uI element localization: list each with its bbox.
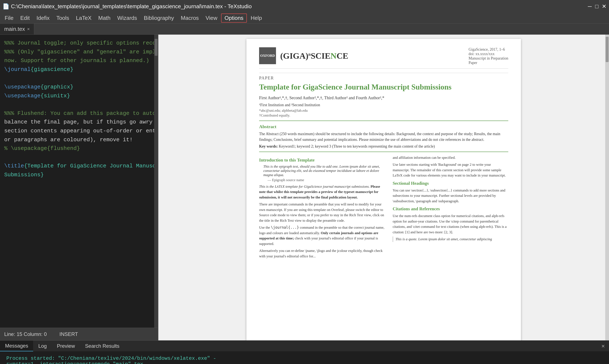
sectional-body: You can use \section{...}, \subsection{.… [393,188,508,204]
preview-scrollbar[interactable] [605,35,609,340]
menu-bar: File Edit Idefix Tools LaTeX Math Wizard… [0,13,609,24]
tab-search-results[interactable]: Search Results [80,340,125,351]
citations-body: Use the num-refs document class option f… [393,213,508,235]
tab-close-button[interactable]: × [27,26,30,32]
col-left: Introduction to this Template This is th… [259,155,386,261]
messages-panel: Messages Log Preview Search Results ✕ [0,340,609,351]
intro-body-3: Use the \journal{...} command in the pre… [259,225,386,247]
log-line-1: Process started: "C:/Cheniana/texlive/20… [6,356,603,361]
tab-main-tex[interactable]: main.tex × [0,24,34,34]
menu-view[interactable]: View [203,14,220,22]
editor-scrollbar[interactable] [154,35,158,328]
two-col-layout: Introduction to this Template This is th… [259,155,508,261]
editor-content[interactable]: %%% Journal toggle; only specific option… [0,35,158,184]
editor-scroll[interactable]: %%% Journal toggle; only specific option… [0,35,158,328]
edit-mode: INSERT [59,331,78,337]
messages-tabs: Messages Log Preview Search Results [0,340,597,351]
intro-title: Introduction to this Template [259,157,386,163]
editor-scrollbar-thumb[interactable] [155,39,157,56]
divider-1 [259,121,508,121]
menu-wizards[interactable]: Wizards [114,14,140,22]
intro-body-2: There are important commands in the prea… [259,202,386,223]
epigraph-source: — Epigraph source name [268,178,386,182]
emails: *abc@uni.edu; alphbeta@lab.edu [259,108,508,113]
article-title: Template for GigaScience Journal Manuscr… [259,82,508,92]
menu-options[interactable]: Options [221,13,247,23]
maximize-button[interactable]: □ [595,3,598,10]
doi-line: doi: xx.xxxx/xxx [468,52,508,56]
intro-body-4: Alternatively you can re-define \jname, … [259,248,386,259]
menu-help[interactable]: Help [248,14,265,22]
title-bar-left: 📄 C:\Cheniana\latex_templates\journal_te… [2,3,252,10]
messages-close-button[interactable]: ✕ [597,341,609,351]
journal-logos: OXFORD (GIGA)nSCIENCE [259,47,348,64]
journal-citation: GigaScience, 2017, 1–6 [468,47,508,52]
paper-type: Paper [468,61,508,65]
preview-scrollbar-thumb[interactable] [606,37,609,62]
menu-math[interactable]: Math [95,14,113,22]
log-content: Process started: "C:/Cheniana/texlive/20… [0,351,609,364]
title-bar-controls[interactable]: ─ □ ✕ [588,3,607,10]
tab-log[interactable]: Log [33,340,52,351]
menu-file[interactable]: File [2,14,16,22]
keywords-label: Key words: [259,144,278,148]
preview-header: OXFORD (GIGA)nSCIENCE GigaScience, 2017,… [259,47,508,69]
menu-macros[interactable]: Macros [178,14,202,22]
close-button[interactable]: ✕ [602,3,607,10]
line-col-status: Line: 15 Column: 0 [4,331,47,337]
title-bar: 📄 C:\Cheniana\latex_templates\journal_te… [0,0,609,13]
menu-tools[interactable]: Tools [53,14,72,22]
window-title: C:\Cheniana\latex_templates\journal_temp… [11,3,252,10]
tab-label: main.tex [4,26,25,32]
contributed: †Contributed equally. [259,113,508,117]
tab-messages[interactable]: Messages [0,340,33,351]
affiliations: ¹First Institution and ²Second Instituti… [259,103,508,107]
menu-bibliography[interactable]: Bibliography [141,14,177,22]
keywords: Key words: Keyword1; keyword 2; keyword … [259,144,508,149]
minimize-button[interactable]: ─ [588,3,592,10]
authors: First Author¹,*,†, Second Author²,*,†, T… [259,95,508,100]
app-icon: 📄 [2,3,9,10]
keywords-text: Keyword1; keyword 2; keyword 3 (Three to… [279,144,435,148]
citations-title: Citations and References [393,206,508,212]
menu-idefix[interactable]: Idefix [34,14,52,22]
epigraph: This is the epigraph text, should you li… [263,165,386,177]
main-content: %%% Journal toggle; only specific option… [0,35,609,340]
preview-document: OXFORD (GIGA)nSCIENCE GigaScience, 2017,… [246,39,521,340]
sectional-title: Sectional Headings [393,181,508,186]
col-right: and affiliation information can be speci… [393,155,508,261]
menu-latex[interactable]: LaTeX [73,14,95,22]
section-label: PAPER [259,73,508,80]
menu-edit[interactable]: Edit [17,14,33,22]
preview-pane[interactable]: OXFORD (GIGA)nSCIENCE GigaScience, 2017,… [158,35,609,340]
quote-text: This is a quote. Lorem ipsum dolor sit a… [393,236,508,242]
manuscript-type: Manuscript in Preparation [468,56,508,61]
tab-preview[interactable]: Preview [52,340,80,351]
abstract-title: Abstract [259,124,508,130]
right-body-1: and affiliation information can be speci… [393,155,508,160]
giga-logo: (GIGA)nSCIENCE [280,51,348,61]
right-body-2: Use later sections starting with 'Backgr… [393,162,508,178]
divider-2 [259,152,508,152]
tabs-bar: main.tex × [0,24,609,35]
oxford-logo: OXFORD [259,47,276,64]
journal-info: GigaScience, 2017, 1–6 doi: xx.xxxx/xxx … [468,47,508,65]
intro-body-1: This is the LATEX template for GigaScien… [259,184,386,200]
log-line-2: synctex=1 -interaction=nonstopmode "main… [6,361,603,364]
status-bar: Line: 15 Column: 0 INSERT [0,328,158,340]
editor-pane: %%% Journal toggle; only specific option… [0,35,158,340]
abstract-text: The Abstract (250 words maximum) should … [259,131,508,143]
